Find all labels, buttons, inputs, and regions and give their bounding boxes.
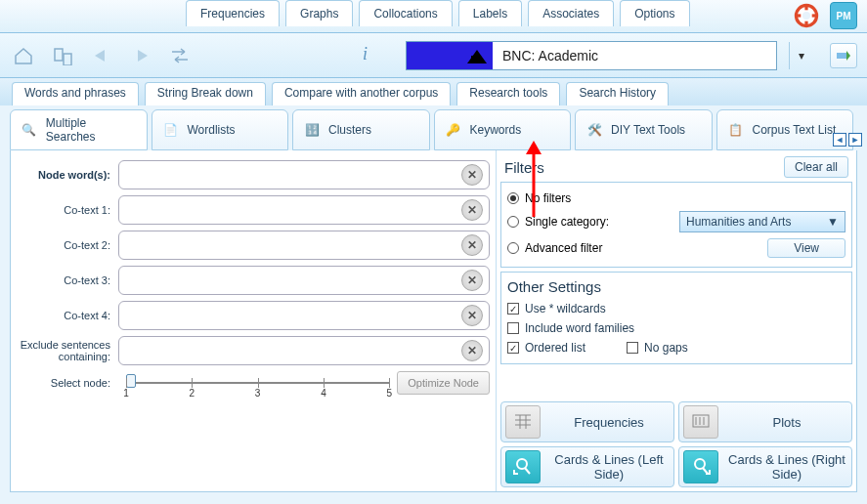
- chevron-down-icon: ▼: [827, 215, 839, 229]
- save-icon[interactable]: [49, 44, 76, 67]
- category-dropdown[interactable]: Humanities and Arts ▼: [679, 211, 845, 232]
- tooltab-multiple-searches[interactable]: 🔍 Multiple Searches: [10, 109, 148, 150]
- svg-rect-9: [837, 53, 846, 59]
- clear-icon[interactable]: ✕: [461, 270, 483, 291]
- tab-options[interactable]: Options: [620, 0, 689, 26]
- label-word-families: Include word families: [525, 321, 634, 335]
- label-ordered-list: Ordered list: [525, 341, 585, 355]
- radio-single-category[interactable]: [507, 216, 519, 228]
- checkbox-ordered-list[interactable]: ✓: [507, 342, 519, 354]
- slider-tick: 3: [255, 388, 261, 399]
- label-single-category: Single category:: [525, 215, 609, 229]
- optimize-node-button[interactable]: Optimize Node: [397, 371, 490, 395]
- slider-tick: 4: [321, 388, 326, 399]
- svg-rect-8: [471, 56, 474, 63]
- back-icon[interactable]: [88, 44, 115, 67]
- svg-point-19: [517, 459, 527, 469]
- input-exclude[interactable]: ✕: [118, 336, 490, 365]
- select-node-slider[interactable]: 1 2 3 4 5: [126, 372, 389, 394]
- radio-no-filters[interactable]: [507, 192, 519, 204]
- tooltab-diy-text[interactable]: 🛠️ DIY Text Tools: [575, 109, 713, 150]
- label-wildcards: Use * wildcards: [525, 302, 606, 315]
- label-cotext3: Co-text 3:: [17, 274, 118, 286]
- pm-globe-icon[interactable]: PM: [830, 2, 857, 29]
- diy-icon: 🛠️: [584, 119, 605, 141]
- tooltab-label: Corpus Text List: [753, 123, 837, 137]
- cards-right-button[interactable]: Cards & Lines (Right Side): [678, 446, 852, 487]
- plots-button[interactable]: Plots: [678, 401, 852, 442]
- frequencies-icon: [505, 405, 541, 439]
- label-select-node: Select node:: [17, 377, 118, 389]
- corpus-flag-icon: [407, 42, 493, 69]
- home-icon[interactable]: [10, 44, 37, 67]
- tooltab-label: Wordlists: [188, 123, 236, 137]
- slider-tick: 1: [123, 388, 129, 399]
- tab-words-phrases[interactable]: Words and phrases: [12, 82, 139, 105]
- checkbox-wildcards[interactable]: ✓: [507, 303, 519, 315]
- svg-point-1: [802, 12, 810, 20]
- cards-right-icon: [683, 450, 718, 483]
- run-button[interactable]: [830, 43, 857, 68]
- tooltab-keywords[interactable]: 🔑 Keywords: [434, 109, 572, 150]
- clear-icon[interactable]: ✕: [461, 234, 483, 256]
- tab-research-tools[interactable]: Research tools: [456, 82, 560, 105]
- forward-icon[interactable]: [127, 44, 154, 67]
- corpus-name: BNC: Academic: [493, 48, 776, 63]
- tab-frequencies[interactable]: Frequencies: [186, 0, 280, 26]
- svg-rect-6: [55, 49, 63, 61]
- clear-icon[interactable]: ✕: [461, 305, 483, 326]
- tab-search-history[interactable]: Search History: [566, 82, 669, 105]
- tab-graphs[interactable]: Graphs: [285, 0, 353, 26]
- clear-icon[interactable]: ✕: [461, 199, 483, 221]
- tab-collocations[interactable]: Collocations: [359, 0, 452, 26]
- label-exclude: Exclude sentences containing:: [17, 339, 118, 362]
- clear-icon[interactable]: ✕: [461, 164, 483, 186]
- corpus-dropdown-arrow[interactable]: ▾: [789, 42, 812, 69]
- frequencies-button[interactable]: Frequencies: [500, 401, 674, 442]
- help-icon[interactable]: [793, 2, 820, 29]
- input-cotext4[interactable]: ✕: [118, 301, 490, 330]
- swap-icon[interactable]: [166, 44, 194, 67]
- clear-all-button[interactable]: Clear all: [784, 156, 848, 178]
- cards-left-label: Cards & Lines (Left Side): [548, 452, 670, 482]
- checkbox-word-families[interactable]: [507, 322, 519, 334]
- view-button[interactable]: View: [767, 238, 845, 258]
- svg-line-20: [525, 468, 530, 474]
- input-cotext1[interactable]: ✕: [118, 195, 490, 225]
- corpus-list-icon: 📋: [725, 119, 747, 141]
- tooltab-label: Clusters: [328, 123, 371, 137]
- label-cotext1: Co-text 1:: [17, 204, 118, 216]
- tab-associates[interactable]: Associates: [528, 0, 614, 26]
- tool-next-icon[interactable]: ►: [848, 133, 862, 147]
- cards-left-button[interactable]: Cards & Lines (Left Side): [500, 446, 674, 487]
- plots-icon: [683, 405, 718, 439]
- clear-icon[interactable]: ✕: [461, 340, 483, 361]
- info-icon[interactable]: i: [363, 44, 386, 67]
- checkbox-no-gaps[interactable]: [627, 342, 638, 354]
- svg-rect-7: [64, 54, 71, 65]
- label-no-gaps: No gaps: [644, 341, 688, 355]
- tooltab-clusters[interactable]: 🔢 Clusters: [292, 109, 430, 150]
- filters-heading: Filters: [504, 159, 544, 176]
- tooltab-label: Keywords: [470, 123, 522, 137]
- svg-point-21: [695, 459, 705, 469]
- tab-labels[interactable]: Labels: [458, 0, 522, 26]
- input-cotext3[interactable]: ✕: [118, 266, 490, 295]
- tab-compare-corpus[interactable]: Compare with another corpus: [272, 82, 451, 105]
- label-no-filters: No filters: [525, 191, 571, 205]
- multi-search-icon: 🔍: [19, 119, 40, 141]
- label-node-words: Node word(s):: [17, 169, 118, 181]
- tab-string-breakdown[interactable]: String Break down: [145, 82, 266, 105]
- tool-prev-icon[interactable]: ◄: [833, 133, 846, 147]
- tooltab-wordlists[interactable]: 📄 Wordlists: [152, 109, 289, 150]
- input-node-words[interactable]: ✕: [118, 160, 490, 189]
- clusters-icon: 🔢: [301, 119, 323, 141]
- slider-tick: 5: [386, 388, 392, 399]
- keywords-icon: 🔑: [443, 119, 464, 141]
- cards-left-icon: [505, 450, 541, 483]
- category-value: Humanities and Arts: [686, 215, 791, 229]
- corpus-dropdown[interactable]: BNC: Academic: [406, 41, 777, 70]
- input-cotext2[interactable]: ✕: [118, 231, 490, 260]
- cards-right-label: Cards & Lines (Right Side): [726, 452, 847, 482]
- radio-advanced-filter[interactable]: [507, 242, 519, 254]
